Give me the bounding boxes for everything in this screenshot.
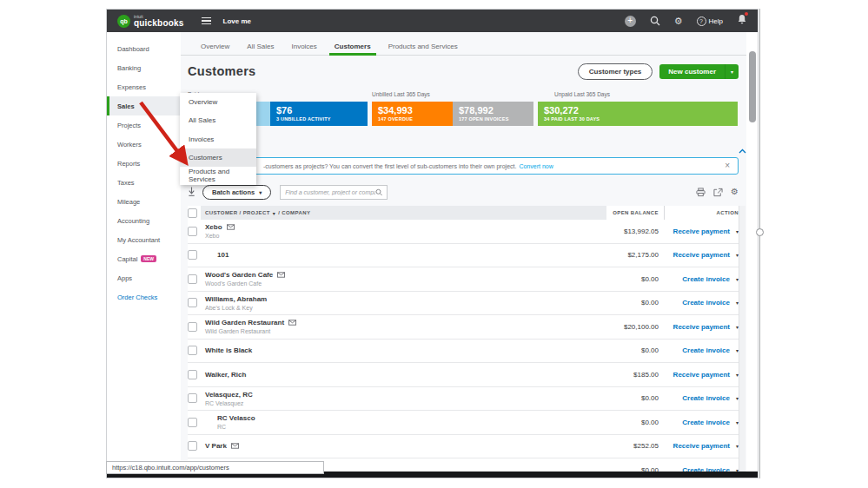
customer-name-link[interactable]: Walker, Rich [205, 371, 246, 379]
row-checkbox[interactable] [188, 441, 197, 451]
customer-types-button[interactable]: Customer types [578, 63, 653, 80]
table-row[interactable]: RC Velasco RC $0.00 Create invoice ▾ [188, 411, 739, 435]
row-action-link[interactable]: Receive payment [673, 228, 730, 235]
email-icon [227, 224, 235, 230]
sidebar-item[interactable]: Banking [107, 58, 181, 77]
search-icon[interactable] [650, 16, 660, 26]
table-row[interactable]: Velasquez, RC RC Velasquez $0.00 Create … [188, 387, 739, 412]
convert-now-link[interactable]: Convert now [519, 163, 553, 169]
table-row[interactable]: Williams, Abraham Abe's Lock & Key $0.00… [188, 292, 739, 316]
select-all-checkbox[interactable] [188, 208, 197, 218]
batch-actions-button[interactable]: Batch actions ▾ [202, 185, 271, 200]
row-checkbox[interactable] [188, 274, 197, 284]
menu-item[interactable]: Customers [180, 148, 256, 167]
row-checkbox[interactable] [188, 227, 197, 236]
sidebar-item[interactable]: My Accountant [107, 230, 181, 249]
import-arrow-icon[interactable] [188, 187, 195, 197]
export-icon[interactable] [713, 188, 723, 197]
row-action-link[interactable]: Create invoice [682, 299, 730, 307]
quickbooks-logo-icon[interactable]: qb [117, 15, 130, 28]
page-header: Customers Customer types New customer ▾ [181, 56, 746, 80]
table-row[interactable]: Wood's Garden Cafe Wood's Garden Cafe $0… [188, 267, 739, 292]
customer-name-link[interactable]: Xebo [205, 223, 222, 231]
sidebar-item[interactable]: Projects [107, 115, 181, 135]
money-bar-segment[interactable]: $78,992 177 OPEN INVOICES [453, 102, 533, 126]
notification-dot [745, 12, 748, 16]
row-action-link[interactable]: Receive payment [673, 251, 730, 259]
money-bar-segment[interactable]: $34,993 147 OVERDUE [372, 102, 453, 126]
gear-icon[interactable]: ⚙ [674, 16, 683, 27]
menu-item[interactable]: Overview [180, 93, 256, 111]
search-input[interactable] [285, 189, 375, 195]
tab[interactable]: Customers [326, 43, 380, 55]
row-checkbox[interactable] [188, 393, 197, 403]
table-row[interactable]: White is Black $0.00 Create invoice ▾ [188, 340, 739, 364]
customer-name-link[interactable]: RC Velasco [217, 414, 255, 422]
sidebar-item[interactable]: Expenses [107, 77, 181, 96]
row-checkbox[interactable] [188, 370, 197, 379]
tab[interactable]: Overview [192, 43, 238, 55]
table-row[interactable]: V Park $252.05 Receive pay [188, 435, 739, 459]
new-customer-button[interactable]: New customer ▾ [659, 64, 739, 79]
sort-caret-icon[interactable]: ▾ [273, 210, 275, 216]
company-subtext: Wild Garden Restaurant [205, 328, 606, 334]
row-action-link[interactable]: Create invoice [682, 394, 730, 402]
sidebar-item[interactable]: Reports [107, 154, 181, 173]
sidebar-item[interactable]: Apps [107, 268, 181, 287]
chevron-up-icon[interactable] [739, 148, 746, 154]
table-row[interactable]: Walker, Rich $185.00 Receive payment ▾ [188, 363, 739, 387]
customer-name-link[interactable]: Velasquez, RC [205, 391, 253, 399]
row-action-link[interactable]: Create invoice [682, 275, 730, 283]
row-checkbox[interactable] [188, 322, 197, 332]
menu-item[interactable]: All Sales [180, 111, 256, 129]
customer-name-link[interactable]: Wild Garden Restaurant [205, 319, 284, 326]
menu-item[interactable]: Invoices [180, 129, 256, 148]
row-checkbox[interactable] [188, 346, 197, 355]
window-scrollbar-thumb[interactable] [749, 51, 756, 122]
money-bar-segment[interactable]: $76 3 UNBILLED ACTIVITY [270, 102, 368, 126]
search-icon[interactable] [375, 188, 382, 196]
sidebar-item[interactable]: Capital NEW [107, 249, 181, 268]
tab[interactable]: Invoices [282, 43, 325, 55]
print-icon[interactable] [696, 188, 706, 197]
tab[interactable]: Products and Services [380, 43, 467, 55]
sidebar-item[interactable]: Mileage [107, 192, 181, 211]
row-action-link[interactable]: Receive payment [673, 442, 730, 450]
sidebar-item[interactable]: Sales [107, 96, 181, 115]
notifications-bell-icon[interactable] [737, 13, 747, 29]
help-button[interactable]: ? Help [697, 16, 723, 26]
sidebar-item[interactable]: Order Checks [107, 287, 181, 307]
table-row[interactable]: 101 $2,175.00 Receive payment ▾ [188, 244, 739, 268]
window-scrollbar-track[interactable] [748, 32, 757, 472]
money-bar-segment[interactable]: $30,272 34 PAID LAST 30 DAYS [538, 102, 738, 126]
row-action-link[interactable]: Receive payment [673, 323, 730, 331]
create-plus-icon[interactable]: + [625, 16, 636, 27]
row-action-link[interactable]: Receive payment [673, 371, 730, 379]
tab[interactable]: All Sales [238, 43, 282, 55]
table-row[interactable]: Xebo Xebo $13,992.05 Receiv [188, 220, 739, 244]
customer-name-link[interactable]: V Park [205, 442, 227, 450]
row-action-link[interactable]: Create invoice [682, 346, 730, 354]
row-checkbox[interactable] [188, 418, 197, 427]
customer-name-link[interactable]: 101 [217, 251, 229, 259]
gear-icon[interactable]: ⚙ [731, 188, 739, 196]
customer-name-link[interactable]: White is Black [205, 346, 252, 354]
new-badge: NEW [141, 255, 156, 262]
sidebar-item[interactable]: Accounting [107, 211, 181, 230]
menu-item[interactable]: Products and Services [180, 167, 256, 185]
customer-name-link[interactable]: Williams, Abraham [205, 295, 267, 303]
sidebar-item[interactable]: Dashboard [107, 39, 181, 58]
row-action-link[interactable]: Create invoice [682, 419, 730, 426]
annotation-resize-handle[interactable] [756, 228, 764, 236]
table-scrollbar-track[interactable] [739, 206, 745, 472]
sidebar-item[interactable]: Workers [107, 135, 181, 154]
sidebar-item[interactable]: Taxes [107, 173, 181, 192]
row-checkbox[interactable] [188, 250, 197, 260]
close-icon[interactable]: × [725, 162, 730, 170]
customer-name-link[interactable]: Wood's Garden Cafe [205, 271, 273, 279]
customer-column-header[interactable]: CUSTOMER / PROJECT ▾ / COMPANY [201, 206, 606, 220]
table-row[interactable]: Wild Garden Restaurant Wild Garden Resta… [188, 315, 739, 340]
row-checkbox[interactable] [188, 298, 197, 307]
hamburger-icon[interactable] [202, 17, 211, 25]
new-customer-dropdown-caret[interactable]: ▾ [725, 64, 739, 79]
